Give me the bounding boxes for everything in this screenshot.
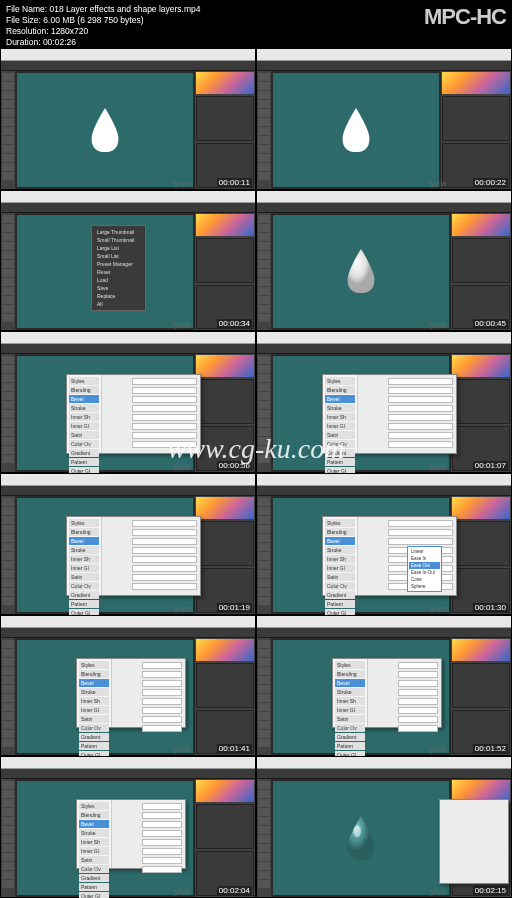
app-menubar[interactable] [1,757,255,769]
dialog-field-input[interactable] [132,441,197,448]
tool-icon[interactable] [2,365,14,373]
canvas[interactable] [17,73,193,187]
tool-icon[interactable] [2,871,14,879]
panels-dock[interactable] [441,71,511,189]
dialog-style-item[interactable]: Inner Gl [325,564,355,572]
tool-icon[interactable] [258,374,270,382]
panels-dock[interactable] [451,638,511,756]
app-menubar[interactable] [1,474,255,486]
tool-icon[interactable] [2,844,14,852]
layer-style-dialog[interactable]: StylesBlendingBevelStrokeInner ShInner G… [332,658,442,728]
dialog-style-item[interactable]: Gradient [325,591,355,599]
tool-icon[interactable] [2,172,14,180]
dialog-field-input[interactable] [132,565,197,572]
dialog-field-input[interactable] [132,423,197,430]
color-picker-panel[interactable] [452,639,510,661]
tool-icon[interactable] [258,808,270,816]
tool-icon[interactable] [2,799,14,807]
tool-icon[interactable] [2,534,14,542]
dialog-field-input[interactable] [388,387,453,394]
dialog-style-item[interactable]: Pattern [79,883,109,891]
tool-icon[interactable] [2,703,14,711]
tool-icon[interactable] [258,871,270,879]
tool-icon[interactable] [258,145,270,153]
tool-icon[interactable] [2,224,14,232]
swatches-panel[interactable] [442,96,510,141]
tool-icon[interactable] [2,862,14,870]
tool-icon[interactable] [2,667,14,675]
thumbnail-frame[interactable]: lynda 00:02:15 [256,756,512,898]
dialog-style-item[interactable]: Styles [69,377,99,385]
context-menu[interactable]: Large ThumbnailSmall ThumbnailLarge List… [91,225,146,311]
tools-panel[interactable] [1,71,15,189]
app-optionsbar[interactable] [257,769,511,779]
swatches-panel[interactable] [196,663,254,708]
app-optionsbar[interactable] [1,344,255,354]
tool-icon[interactable] [258,721,270,729]
thumbnail-frame[interactable]: StylesBlendingBevelStrokeInner ShInner G… [256,331,512,473]
tool-icon[interactable] [258,118,270,126]
dialog-field-input[interactable] [142,689,182,696]
dropdown-item[interactable]: Ease Out [409,562,440,569]
dialog-style-item[interactable]: Pattern [69,458,99,466]
canvas[interactable] [273,73,439,187]
dialog-style-item[interactable]: Bevel [79,820,109,828]
dialog-field-input[interactable] [132,396,197,403]
tool-icon[interactable] [2,676,14,684]
dialog-style-list[interactable]: StylesBlendingBevelStrokeInner ShInner G… [67,375,102,453]
dialog-field-input[interactable] [132,538,197,545]
dialog-field-input[interactable] [142,698,182,705]
tool-icon[interactable] [2,712,14,720]
tool-icon[interactable] [258,109,270,117]
dialog-field-input[interactable] [132,414,197,421]
dialog-field-input[interactable] [132,378,197,385]
dialog-field-input[interactable] [388,405,453,412]
dialog-style-item[interactable]: Inner Gl [79,847,109,855]
tool-icon[interactable] [2,100,14,108]
dialog-field-input[interactable] [388,432,453,439]
tool-icon[interactable] [2,269,14,277]
dialog-style-item[interactable]: Bevel [335,679,365,687]
tool-icon[interactable] [258,685,270,693]
dialog-field-input[interactable] [388,414,453,421]
tool-icon[interactable] [2,242,14,250]
tool-icon[interactable] [2,597,14,605]
swatches-panel[interactable] [452,521,510,566]
tool-icon[interactable] [258,534,270,542]
dialog-field-input[interactable] [398,698,438,705]
tool-icon[interactable] [2,109,14,117]
tool-icon[interactable] [2,163,14,171]
panels-dock[interactable] [451,354,511,472]
dropdown-item[interactable]: Cone [409,576,440,583]
tool-icon[interactable] [2,296,14,304]
tool-icon[interactable] [2,658,14,666]
tool-icon[interactable] [258,172,270,180]
swatches-panel[interactable] [452,238,510,283]
dialog-style-item[interactable]: Stroke [79,829,109,837]
tool-icon[interactable] [258,287,270,295]
dialog-style-item[interactable]: Color Ov [335,724,365,732]
tool-icon[interactable] [258,314,270,322]
tool-icon[interactable] [258,853,270,861]
tool-icon[interactable] [2,314,14,322]
tool-icon[interactable] [2,853,14,861]
thumbnail-frame[interactable]: StylesBlendingBevelStrokeInner ShInner G… [256,473,512,615]
swatches-panel[interactable] [196,238,254,283]
tool-icon[interactable] [258,392,270,400]
tool-icon[interactable] [258,730,270,738]
dialog-field-input[interactable] [142,725,182,732]
tool-icon[interactable] [258,667,270,675]
app-menubar[interactable] [1,332,255,344]
dialog-style-item[interactable]: Inner Gl [79,706,109,714]
dialog-style-item[interactable]: Styles [79,802,109,810]
swatches-panel[interactable] [452,663,510,708]
dialog-style-item[interactable]: Color Ov [69,582,99,590]
dialog-field-input[interactable] [132,583,197,590]
tool-icon[interactable] [2,401,14,409]
dialog-field-input[interactable] [142,671,182,678]
dialog-style-item[interactable]: Color Ov [79,724,109,732]
dialog-style-item[interactable]: Outer Gl [79,892,109,898]
thumbnail-frame[interactable]: StylesBlendingBevelStrokeInner ShInner G… [256,615,512,757]
dialog-field-input[interactable] [132,432,197,439]
tool-icon[interactable] [258,862,270,870]
